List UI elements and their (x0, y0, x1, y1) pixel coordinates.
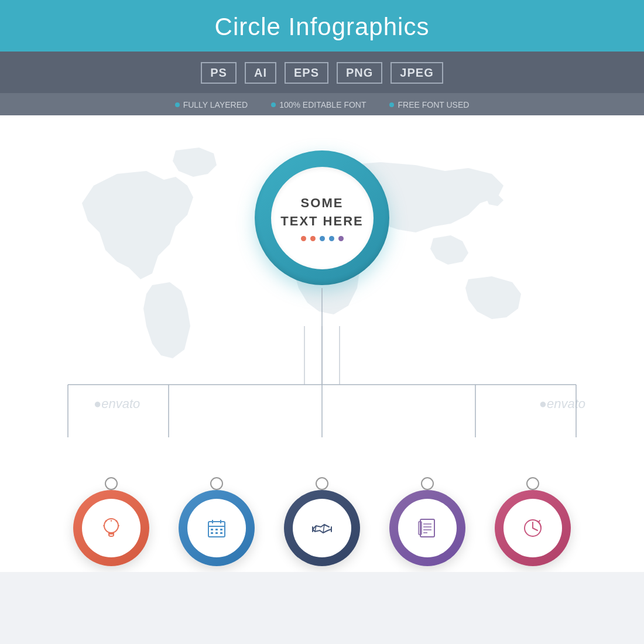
hook-5 (526, 477, 539, 490)
feature-layered: FULLY LAYERED (175, 100, 248, 109)
watermark-left: ●envato (94, 396, 140, 412)
header-title-bar: Circle Infographics (0, 0, 644, 52)
header-features: FULLY LAYERED 100% EDITABLE FONT FREE FO… (0, 93, 644, 115)
svg-rect-17 (215, 529, 218, 530)
dot-2 (310, 236, 316, 241)
watermark-right: ●envato (539, 396, 585, 412)
inner-circle-1 (82, 499, 141, 557)
icon-circle-4 (389, 477, 465, 566)
outer-circle-5 (495, 490, 571, 566)
svg-rect-20 (215, 532, 218, 534)
outer-circle-2 (179, 490, 255, 566)
hook-4 (421, 477, 434, 490)
feature-dot-3 (389, 102, 394, 107)
badge-ai: AI (245, 62, 276, 84)
calendar-icon (203, 514, 231, 542)
center-dots (301, 236, 344, 241)
icon-circle-3 (284, 477, 360, 566)
page-title: Circle Infographics (0, 13, 644, 41)
svg-rect-16 (211, 529, 213, 530)
handshake-icon (308, 514, 336, 542)
dot-3 (320, 236, 325, 241)
outer-circle-3 (284, 490, 360, 566)
hook-2 (210, 477, 223, 490)
outer-circle-1 (73, 490, 149, 566)
dot-4 (329, 236, 334, 241)
hook-1 (105, 477, 118, 490)
header-badges: PS AI EPS PNG JPEG (0, 52, 644, 93)
badge-jpeg: JPEG (390, 62, 443, 84)
clock-icon (519, 514, 547, 542)
badge-png: PNG (337, 62, 382, 84)
outer-circle-4 (389, 490, 465, 566)
icon-circles-row (0, 477, 644, 566)
center-circle-outer: SOMETEXT HERE (255, 150, 389, 285)
svg-line-32 (533, 528, 537, 530)
icon-circle-2 (179, 477, 255, 566)
lightbulb-icon (97, 514, 125, 542)
svg-rect-21 (220, 532, 222, 534)
dot-5 (338, 236, 344, 241)
feature-free-font: FREE FONT USED (389, 100, 469, 109)
feature-dot-2 (271, 102, 276, 107)
center-circle-inner: SOMETEXT HERE (271, 167, 374, 269)
center-circle-text: SOMETEXT HERE (280, 194, 363, 231)
inner-circle-2 (187, 499, 246, 557)
inner-circle-4 (398, 499, 457, 557)
icon-circle-1 (73, 477, 149, 566)
feature-editable: 100% EDITABLE FONT (271, 100, 366, 109)
feature-dot-1 (175, 102, 180, 107)
hook-3 (316, 477, 328, 490)
dot-1 (301, 236, 306, 241)
svg-rect-19 (211, 532, 213, 534)
svg-rect-24 (420, 519, 434, 537)
badge-ps: PS (201, 62, 237, 84)
document-icon (413, 514, 441, 542)
infographic-area: SOMETEXT HERE ●envato ●envato (0, 115, 644, 572)
icon-circle-5 (495, 477, 571, 566)
inner-circle-3 (293, 499, 351, 557)
svg-rect-18 (220, 529, 222, 530)
inner-circle-5 (503, 499, 562, 557)
center-circle-wrapper: SOMETEXT HERE (255, 150, 389, 285)
badge-eps: EPS (285, 62, 328, 84)
